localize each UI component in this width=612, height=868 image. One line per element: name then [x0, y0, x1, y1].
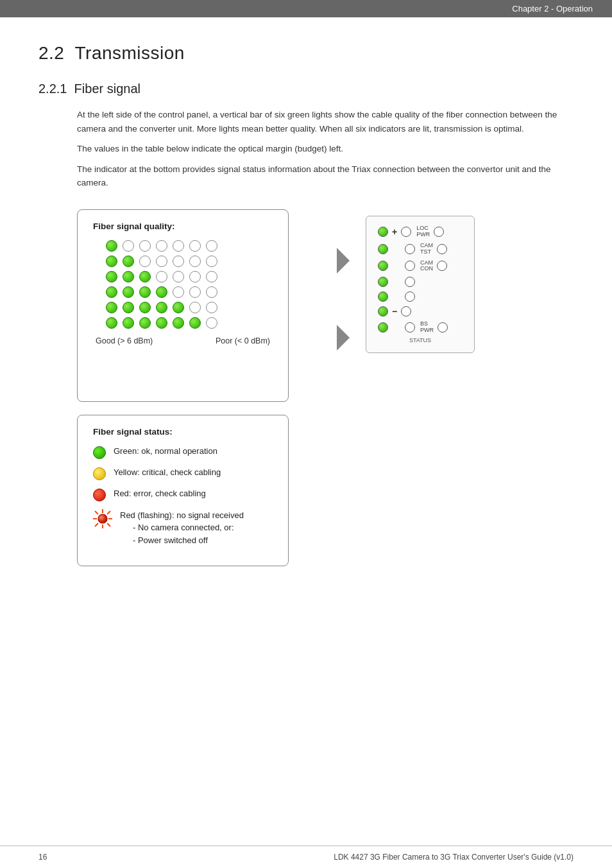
good-label: Good (> 6 dBm) [96, 336, 153, 345]
panel-led-green-status [378, 322, 388, 333]
led-empty [189, 302, 201, 313]
control-panel-box: + LOCPWR CAMTST C [366, 216, 475, 353]
fiber-quality-title: Fiber signal quality: [93, 221, 273, 231]
led-green [139, 271, 151, 282]
page-number: 16 [38, 853, 47, 862]
led-green [189, 317, 201, 329]
led-empty [189, 256, 201, 267]
led-green [106, 256, 117, 267]
fiber-status-title: Fiber signal status: [93, 427, 273, 437]
panel-led-green [378, 277, 388, 287]
led-row-6 [106, 317, 273, 329]
body-paragraph-2: The values in the table below indicate t… [77, 142, 574, 156]
led-green [123, 317, 134, 329]
led-empty [173, 286, 184, 298]
led-green [123, 286, 134, 298]
cam-con-label: CAMCON [420, 260, 433, 273]
chapter-title: 2.2 Transmission [38, 43, 574, 64]
panel-led-empty-right [434, 227, 444, 237]
led-empty [206, 302, 217, 313]
led-row-4 [106, 286, 273, 298]
led-row-3 [106, 271, 273, 282]
led-green [156, 286, 167, 298]
led-green [156, 302, 167, 313]
led-green [173, 317, 184, 329]
flash-status-text: Red (flashing): no signal received - No … [120, 509, 244, 547]
red-indicator [93, 489, 106, 501]
starburst-svg [93, 509, 112, 528]
fiber-status-box: Fiber signal status: Green: ok, normal o… [77, 415, 289, 567]
chapter-header-text: Chapter 2 - Operation [512, 4, 593, 13]
panel-led-empty [405, 291, 415, 302]
panel-led-empty [405, 277, 415, 287]
panel-led-green [378, 261, 388, 271]
plus-symbol: + [392, 227, 397, 237]
flash-sub-1: - No camera connected, or: [133, 523, 234, 532]
led-empty [206, 317, 217, 329]
panel-row-5 [378, 291, 463, 302]
chapter-header: Chapter 2 - Operation [0, 0, 612, 17]
cam-tst-label: CAMTST [420, 243, 433, 256]
svg-line-4 [95, 511, 98, 514]
connector-area [302, 235, 353, 363]
panel-row-minus: − [378, 306, 463, 317]
svg-point-8 [98, 514, 107, 523]
led-empty [139, 240, 151, 252]
body-paragraph-3: The indicator at the bottom provides sig… [77, 162, 574, 190]
panel-led-empty-right [437, 244, 447, 254]
loc-pwr-label: LOCPWR [416, 225, 430, 238]
led-empty [156, 271, 167, 282]
panel-led-empty-right [438, 322, 448, 333]
control-panel-diagram: + LOCPWR CAMTST C [366, 216, 475, 353]
status-label: STATUS [378, 337, 463, 343]
led-empty [156, 256, 167, 267]
led-green [106, 271, 117, 282]
svg-line-5 [107, 523, 110, 526]
led-empty [173, 240, 184, 252]
panel-led-empty [401, 227, 411, 237]
led-empty [189, 271, 201, 282]
led-empty [123, 240, 134, 252]
led-green [123, 302, 134, 313]
led-empty [173, 256, 184, 267]
body-paragraph-1: At the left side of the control panel, a… [77, 108, 574, 135]
led-green [106, 286, 117, 298]
led-green [139, 286, 151, 298]
status-text-red: Red: error, check cabling [114, 488, 206, 499]
flash-sub-2: - Power switched off [133, 535, 208, 545]
panel-led-empty [401, 306, 411, 317]
status-item-flash: Red (flashing): no signal received - No … [93, 509, 273, 547]
quality-labels: Good (> 6 dBm) Poor (< 0 dBm) [93, 336, 273, 345]
main-content: 2.2 Transmission 2.2.1 Fiber signal At t… [0, 17, 612, 605]
led-empty [206, 286, 217, 298]
led-empty [156, 240, 167, 252]
led-green [123, 271, 134, 282]
poor-label: Poor (< 0 dBm) [216, 336, 270, 345]
panel-row-4 [378, 277, 463, 287]
panel-led-empty-right [437, 261, 447, 271]
panel-led-empty [405, 261, 415, 271]
status-item-green: Green: ok, normal operation [93, 446, 273, 459]
led-green [106, 317, 117, 329]
led-green [139, 302, 151, 313]
led-empty [189, 240, 201, 252]
panel-row-cam-tst: CAMTST [378, 243, 463, 256]
panel-led-empty [405, 322, 415, 333]
panel-led-green [378, 244, 388, 254]
panel-row-cam-con: CAMCON [378, 260, 463, 273]
led-empty [173, 271, 184, 282]
connector-svg [302, 235, 353, 363]
section-title: 2.2.1 Fiber signal [38, 82, 574, 96]
status-item-yellow: Yellow: critical, check cabling [93, 467, 273, 480]
led-green [106, 240, 117, 252]
panel-led-green [378, 227, 388, 237]
led-green [139, 317, 151, 329]
fiber-quality-box: Fiber signal quality: [77, 209, 289, 402]
led-empty [206, 240, 217, 252]
led-green [106, 302, 117, 313]
led-empty [206, 256, 217, 267]
green-indicator [93, 446, 106, 459]
panel-led-green [378, 306, 388, 317]
status-text-green: Green: ok, normal operation [114, 446, 217, 457]
status-item-red: Red: error, check cabling [93, 488, 273, 501]
